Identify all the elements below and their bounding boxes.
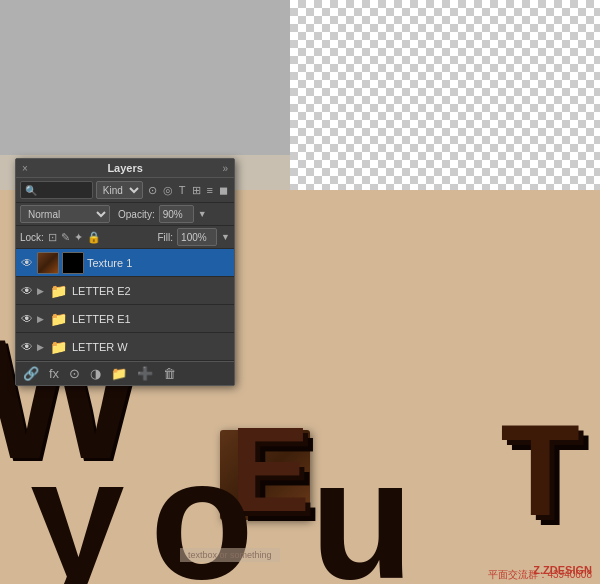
layer-row-letter-e2[interactable]: 👁 ▶ 📁 LETTER E2 — [16, 277, 234, 305]
transparent-area — [290, 0, 600, 190]
lock-all-icon[interactable]: 🔒 — [87, 231, 101, 244]
panel-close-button[interactable]: × — [22, 163, 28, 174]
blendmode-dropdown[interactable]: Normal — [20, 205, 110, 223]
fill-label: Fill: — [158, 232, 174, 243]
footer-link-icon[interactable]: 🔗 — [20, 365, 42, 382]
layer-expand-e2[interactable]: ▶ — [37, 286, 44, 296]
canvas-area: W E T y o u textbox or something Z.ZDESI… — [0, 0, 600, 584]
panel-titlebar: × Layers » — [16, 159, 234, 178]
layer-folder-e2: 📁 — [47, 280, 69, 302]
footer-delete-icon[interactable]: 🗑 — [160, 365, 179, 382]
filter-smart-icon[interactable]: ≡ — [205, 183, 215, 198]
t-letter-3d: T — [501, 395, 580, 545]
layer-mask-texture1 — [62, 252, 84, 274]
gray-background — [0, 0, 290, 155]
watermark-text: textbox or something — [188, 550, 272, 560]
layer-expand-w[interactable]: ▶ — [37, 342, 44, 352]
lock-pixels-icon[interactable]: ✎ — [61, 231, 70, 244]
opacity-arrow: ▼ — [198, 209, 207, 219]
filter-shape-icon[interactable]: ⊞ — [190, 183, 203, 198]
layer-expand-e1[interactable]: ▶ — [37, 314, 44, 324]
panel-footer: 🔗 fx ⊙ ◑ 📁 ➕ 🗑 — [16, 361, 234, 385]
filter-search-box[interactable]: 🔍 — [20, 181, 93, 199]
layer-name-e2: LETTER E2 — [72, 285, 230, 297]
filter-search-icon: 🔍 — [25, 185, 37, 196]
panel-title: Layers — [107, 162, 142, 174]
filter-kind-dropdown[interactable]: Kind — [96, 181, 143, 199]
watermark-box: textbox or something — [180, 548, 280, 562]
footer-folder-icon[interactable]: 📁 — [108, 365, 130, 382]
layer-row-letter-e1[interactable]: 👁 ▶ 📁 LETTER E1 — [16, 305, 234, 333]
layer-thumb-texture1 — [37, 252, 59, 274]
layer-name-e1: LETTER E1 — [72, 313, 230, 325]
filter-adjustment-icon[interactable]: ◎ — [161, 183, 175, 198]
filter-type-icon[interactable]: T — [177, 183, 188, 198]
filter-icons-group: ⊙ ◎ T ⊞ ≡ ◼ — [146, 183, 230, 198]
lock-position-icon[interactable]: ✦ — [74, 231, 83, 244]
footer-fx-icon[interactable]: fx — [46, 365, 62, 382]
opacity-label: Opacity: — [118, 209, 155, 220]
bottom-y-letter: y — [30, 434, 125, 584]
layer-visibility-texture1[interactable]: 👁 — [20, 256, 34, 270]
footer-mask-icon[interactable]: ⊙ — [66, 365, 83, 382]
fill-input[interactable] — [177, 228, 217, 246]
layer-visibility-e1[interactable]: 👁 — [20, 312, 34, 326]
footer-adjustment-icon[interactable]: ◑ — [87, 365, 104, 382]
opacity-input[interactable] — [159, 205, 194, 223]
fill-arrow: ▼ — [221, 232, 230, 242]
footer-new-layer-icon[interactable]: ➕ — [134, 365, 156, 382]
layer-name-w: LETTER W — [72, 341, 230, 353]
layer-visibility-w[interactable]: 👁 — [20, 340, 34, 354]
layer-folder-e1: 📁 — [47, 308, 69, 330]
layer-name-texture1: Texture 1 — [87, 257, 230, 269]
lock-label: Lock: — [20, 232, 44, 243]
filter-pixel-icon[interactable]: ⊙ — [146, 183, 159, 198]
lock-row: Lock: ⊡ ✎ ✦ 🔒 Fill: ▼ — [16, 226, 234, 249]
layers-panel: × Layers » 🔍 Kind ⊙ ◎ T ⊞ ≡ ◼ Norm — [15, 158, 235, 386]
layer-row-texture1[interactable]: 👁 Texture 1 — [16, 249, 234, 277]
lock-transparency-icon[interactable]: ⊡ — [48, 231, 57, 244]
bottom-u-letter: u — [310, 434, 414, 584]
filter-toggle-icon[interactable]: ◼ — [217, 183, 230, 198]
blendmode-row: Normal Opacity: ▼ — [16, 203, 234, 226]
panel-menu-icon[interactable]: » — [222, 163, 228, 174]
filter-row: 🔍 Kind ⊙ ◎ T ⊞ ≡ ◼ — [16, 178, 234, 203]
layer-visibility-e2[interactable]: 👁 — [20, 284, 34, 298]
layer-folder-w: 📁 — [47, 336, 69, 358]
layer-row-letter-w[interactable]: 👁 ▶ 📁 LETTER W — [16, 333, 234, 361]
qq-label: 平面交流群：43940608 — [488, 568, 593, 582]
